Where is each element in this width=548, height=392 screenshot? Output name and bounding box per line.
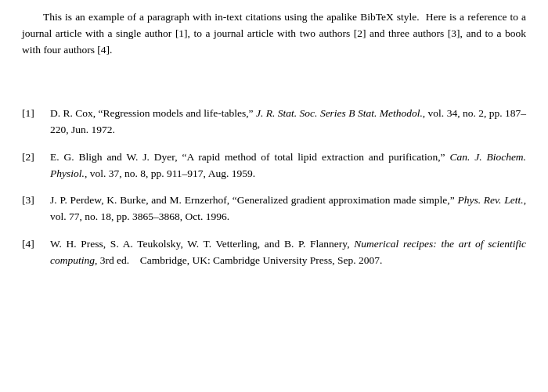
ref-content-4: W. H. Press, S. A. Teukolsky, W. T. Vett… bbox=[50, 236, 526, 269]
reference-item-1: [1] D. R. Cox, “Regression models and li… bbox=[22, 106, 526, 138]
ref-label-4: [4] bbox=[22, 236, 50, 253]
references-section: [1] D. R. Cox, “Regression models and li… bbox=[22, 106, 526, 269]
reference-item-3: [3] J. P. Perdew, K. Burke, and M. Ernze… bbox=[22, 192, 526, 225]
ref-label-2: [2] bbox=[22, 149, 50, 166]
ref-label-3: [3] bbox=[22, 192, 50, 209]
ref-label-1: [1] bbox=[22, 106, 50, 122]
reference-item-2: [2] E. G. Bligh and W. J. Dyer, “A rapid… bbox=[22, 149, 526, 182]
main-paragraph: This is an example of a paragraph with i… bbox=[22, 9, 526, 59]
ref-content-3: J. P. Perdew, K. Burke, and M. Ernzerhof… bbox=[50, 192, 526, 225]
reference-item-4: [4] W. H. Press, S. A. Teukolsky, W. T. … bbox=[22, 236, 526, 269]
ref-content-1: D. R. Cox, “Regression models and life-t… bbox=[50, 106, 526, 138]
ref-content-2: E. G. Bligh and W. J. Dyer, “A rapid met… bbox=[50, 149, 526, 182]
